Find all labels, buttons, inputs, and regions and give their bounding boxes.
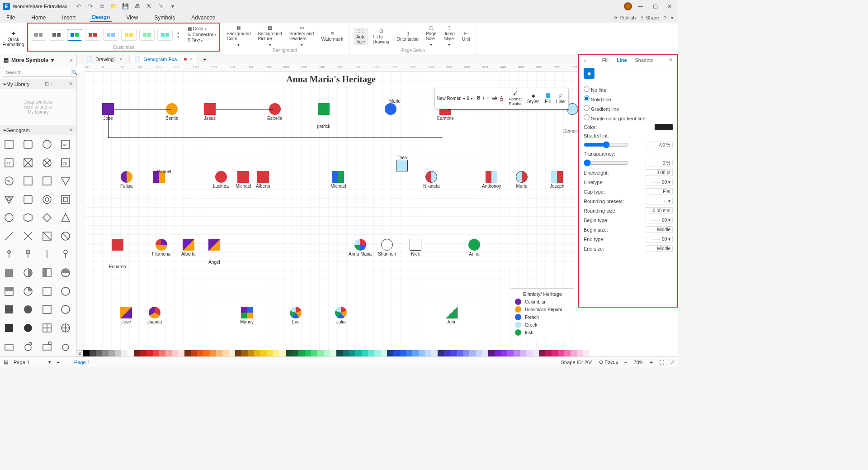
sym[interactable]: 70 [58, 156, 73, 170]
color-swatch[interactable] [203, 350, 210, 356]
color-swatch[interactable] [514, 350, 520, 356]
redo-icon[interactable]: ↷ [86, 2, 94, 10]
color-swatch[interactable] [533, 350, 539, 356]
color-swatch[interactable] [564, 350, 571, 356]
color-swatch[interactable] [507, 350, 514, 356]
color-swatch[interactable] [381, 350, 387, 356]
color-swatch[interactable] [655, 124, 673, 130]
color-swatch[interactable] [286, 350, 292, 356]
connector-dropdown[interactable]: ↳ Connector [188, 32, 216, 37]
color-swatch[interactable] [159, 350, 165, 356]
menu-design[interactable]: Design [90, 13, 112, 22]
color-swatch[interactable] [292, 350, 298, 356]
menu-advanced[interactable]: Advanced [189, 14, 217, 22]
sym[interactable] [2, 137, 16, 152]
color-swatch[interactable] [501, 350, 507, 356]
tab-close-icon[interactable]: ✕ [119, 57, 123, 62]
color-swatch[interactable] [520, 350, 526, 356]
sym[interactable] [40, 137, 54, 152]
sym[interactable] [2, 229, 16, 243]
color-swatch[interactable] [419, 350, 425, 356]
page-menu-icon[interactable]: ▤ [4, 359, 8, 365]
quick-formatting-button[interactable]: ✦ Quick Formatting [0, 23, 27, 54]
captype-value[interactable]: Flat [646, 188, 673, 195]
radio-gradient-line[interactable] [584, 105, 590, 111]
menu-chevron-icon[interactable]: ▾ [671, 15, 674, 21]
color-swatch[interactable] [134, 350, 140, 356]
styles-button[interactable]: ◆Styles [525, 92, 541, 105]
avatar[interactable] [624, 2, 632, 10]
sym[interactable] [58, 210, 73, 225]
color-swatch[interactable] [362, 350, 368, 356]
theme-3[interactable] [67, 29, 82, 41]
color-swatch[interactable] [140, 350, 146, 356]
jump-style-button[interactable]: ⤴Jump Style▾ [441, 24, 457, 48]
save-icon[interactable]: 💾 [122, 2, 130, 10]
theme-4[interactable] [85, 29, 100, 41]
theme-scroll-icon[interactable]: ▴▾ [175, 30, 181, 39]
theme-5[interactable] [103, 29, 118, 41]
new-icon[interactable]: ⧉ [98, 2, 106, 10]
sym[interactable] [40, 210, 54, 225]
strike-icon[interactable]: ab [492, 95, 497, 101]
color-swatch[interactable] [96, 350, 102, 356]
transparency-value[interactable]: 0 % [646, 160, 673, 166]
color-swatch[interactable] [260, 350, 267, 356]
sym[interactable]: 70 [2, 174, 16, 188]
fill-button[interactable]: 🪣Fill [543, 92, 552, 105]
color-swatch[interactable] [108, 350, 115, 356]
italic-icon[interactable]: I [483, 95, 484, 101]
color-swatch[interactable] [216, 350, 222, 356]
watermark-button[interactable]: ≋Watermark [318, 30, 346, 43]
color-swatch[interactable] [222, 350, 229, 356]
color-swatch[interactable] [431, 350, 438, 356]
collapse-right-icon[interactable]: » [584, 57, 586, 63]
rounding-preset[interactable]: ⌐ ▾ [646, 198, 673, 204]
color-swatch[interactable] [146, 350, 153, 356]
fontcolor-icon[interactable]: A [500, 95, 503, 101]
menu-file[interactable]: File [5, 14, 17, 22]
sym[interactable] [21, 266, 35, 280]
sym[interactable] [58, 247, 73, 261]
begin-type[interactable]: ─── 00 ▾ [646, 217, 673, 223]
sym[interactable] [2, 321, 16, 335]
line-button[interactable]: 🖊Line [554, 92, 566, 105]
begin-size[interactable]: Middle [646, 226, 673, 233]
lineweight-value[interactable]: 3.00 pt [646, 169, 673, 176]
color-swatch[interactable] [476, 350, 482, 356]
legend[interactable]: Elhnicty/ Heritage Colombian Dominican R… [511, 288, 574, 340]
end-type[interactable]: ─── 00 ▾ [646, 236, 673, 242]
color-swatch[interactable] [336, 350, 343, 356]
color-swatch[interactable] [172, 350, 178, 356]
sym[interactable] [58, 192, 73, 207]
zoom-in-icon[interactable]: + [650, 360, 653, 365]
linetype-value[interactable]: ─── 00 ▾ [646, 179, 673, 185]
sym[interactable] [21, 284, 35, 299]
sym[interactable] [2, 302, 16, 317]
color-swatch[interactable] [393, 350, 400, 356]
color-swatch[interactable] [254, 350, 260, 356]
shade-value[interactable]: -90 % [646, 142, 673, 148]
fit-drawing-button[interactable]: ⊡Fit to Drawing [370, 28, 392, 45]
tab-drawing1[interactable]: 📄Drawing1✕ [81, 55, 127, 63]
color-swatch[interactable] [400, 350, 406, 356]
color-swatch[interactable] [412, 350, 419, 356]
theme-1[interactable] [31, 29, 46, 41]
color-swatch[interactable] [102, 350, 108, 356]
color-swatch[interactable] [267, 350, 273, 356]
export-icon[interactable]: ⇱ [145, 2, 153, 10]
color-swatch[interactable] [165, 350, 172, 356]
open-icon[interactable]: 📁 [110, 2, 118, 10]
sym[interactable] [40, 229, 54, 243]
theme-2[interactable] [49, 29, 64, 41]
sym[interactable] [2, 339, 16, 353]
color-swatch[interactable] [241, 350, 248, 356]
shade-slider[interactable] [584, 141, 629, 148]
color-swatch[interactable] [482, 350, 488, 356]
minimize-icon[interactable]: — [637, 2, 645, 10]
sym[interactable] [58, 174, 73, 188]
menu-symbols[interactable]: Symbols [152, 14, 177, 22]
rp-tab-line[interactable]: Line [617, 57, 627, 63]
page-name[interactable]: Page-1 [14, 360, 29, 365]
unit-button[interactable]: ⊢Unit [459, 30, 473, 43]
